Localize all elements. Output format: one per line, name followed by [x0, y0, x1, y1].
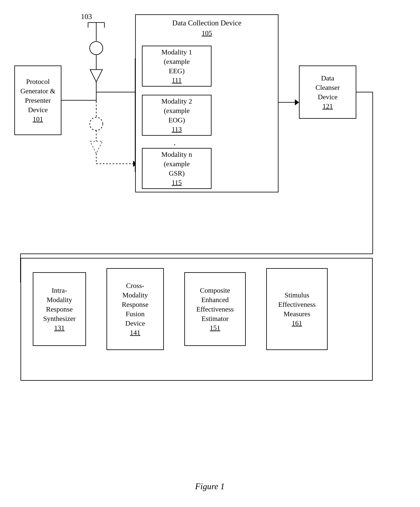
protocol-generator-box: Protocol Generator & Presenter Device 10…	[14, 65, 61, 135]
modality2-label: Modality 2(exampleEOG)	[161, 97, 192, 125]
modality-n-box: Modality n(exampleGSR) 115	[142, 148, 212, 189]
modality-n-label: Modality n(exampleGSR)	[161, 150, 192, 178]
modality2-number: 113	[172, 125, 182, 134]
svg-marker-24	[295, 99, 299, 106]
stimulus-box: StimulusEffectivenessMeasures 161	[266, 268, 328, 350]
modality1-box: Modality 1(exampleEEG) 111	[142, 46, 212, 87]
svg-point-9	[90, 117, 103, 130]
diagram-container: Protocol Generator & Presenter Device 10…	[8, 8, 412, 495]
intra-modality-label: Intra-ModalityResponseSynthesizer	[43, 286, 76, 324]
svg-marker-11	[90, 141, 102, 154]
modality1-label: Modality 1(exampleEEG)	[161, 48, 192, 76]
composite-number: 151	[210, 324, 220, 332]
modality1-number: 111	[172, 76, 182, 85]
cross-modality-box: Cross-ModalityResponseFusionDevice 141	[107, 268, 164, 350]
figure-caption: Figure 1	[8, 481, 412, 491]
data-cleanser-box: DataCleanserDevice 121	[299, 65, 356, 119]
cross-modality-number: 141	[130, 328, 141, 337]
stimulus-number: 161	[292, 319, 302, 328]
intra-modality-box: Intra-ModalityResponseSynthesizer 131	[33, 272, 86, 346]
data-collection-outer-box: Data Collection Device 105 Modality 1(ex…	[135, 14, 278, 192]
svg-marker-3	[90, 70, 102, 82]
protocol-generator-label: Protocol Generator & Presenter Device	[15, 77, 61, 115]
modality-n-number: 115	[172, 178, 182, 187]
cross-modality-label: Cross-ModalityResponseFusionDevice	[122, 281, 149, 328]
modality2-box: Modality 2(exampleEOG) 113	[142, 95, 212, 136]
data-cleanser-label: DataCleanserDevice	[316, 73, 340, 102]
composite-label: CompositeEnhancedEffectivenessEstimator	[196, 286, 234, 324]
intra-modality-number: 131	[54, 324, 65, 332]
protocol-generator-number: 101	[33, 115, 43, 124]
data-collection-label: Data Collection Device 105	[136, 18, 278, 38]
composite-box: CompositeEnhancedEffectivenessEstimator …	[184, 272, 246, 346]
data-collection-number: 105	[202, 29, 212, 37]
data-cleanser-number: 121	[322, 102, 333, 111]
svg-point-1	[90, 42, 103, 55]
connector-label: 103	[81, 12, 92, 21]
stimulus-label: StimulusEffectivenessMeasures	[278, 290, 316, 319]
